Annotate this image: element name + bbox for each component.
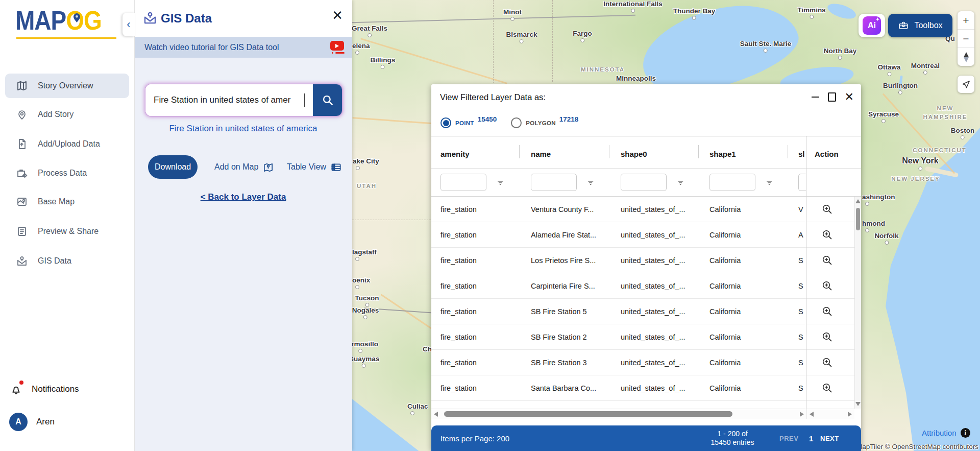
locate-button[interactable] xyxy=(958,76,974,93)
sidebar-item-base-map[interactable]: Base Map xyxy=(5,189,129,214)
user-account-button[interactable]: A Aren xyxy=(9,413,55,431)
column-header-name[interactable]: name xyxy=(522,150,611,158)
user-name: Aren xyxy=(36,417,55,427)
cell-name: SB Fire Station 2 xyxy=(522,333,611,341)
map-label: Syracuse xyxy=(868,110,899,123)
map-label: lagstaff xyxy=(352,248,377,261)
cell-amenity: fire_station xyxy=(431,282,522,290)
filter-input-amenity[interactable] xyxy=(440,174,486,191)
video-tutorial-banner[interactable]: Watch video tutorial for GIS Data tool xyxy=(134,37,352,58)
zoom-in-button[interactable]: + xyxy=(958,11,974,29)
app-logo[interactable]: MAPOG xyxy=(15,5,120,41)
scroll-down-arrow[interactable] xyxy=(855,402,861,406)
filter-input-shape0[interactable] xyxy=(621,174,667,191)
map-label: Sault Ste. Marie xyxy=(740,40,792,53)
prev-page-button[interactable]: PREV xyxy=(779,435,798,442)
filter-icon[interactable] xyxy=(586,178,595,187)
column-header-shape0[interactable]: shape0 xyxy=(611,150,700,158)
file-upload-icon xyxy=(16,138,28,150)
cell-shape0: united_states_of_... xyxy=(611,359,700,367)
logo-pin-icon xyxy=(72,12,81,23)
polygon-radio[interactable] xyxy=(511,117,522,128)
vertical-scroll-thumb[interactable] xyxy=(856,208,860,230)
cell-amenity: fire_station xyxy=(431,384,522,392)
close-icon[interactable]: ✕ xyxy=(845,91,854,103)
point-radio[interactable] xyxy=(440,117,451,128)
scroll-up-arrow[interactable] xyxy=(855,199,861,203)
sidebar-item-add-upload-data[interactable]: Add/Upload Data xyxy=(5,132,129,156)
horizontal-scroll-thumb[interactable] xyxy=(444,411,732,417)
zoom-to-feature-icon[interactable] xyxy=(821,382,834,394)
filter-icon[interactable] xyxy=(676,178,685,187)
cell-shape0: united_states_of_... xyxy=(611,282,700,290)
column-header-amenity[interactable]: amenity xyxy=(431,150,522,158)
vertical-scrollbar[interactable] xyxy=(854,197,861,409)
column-header-shape1[interactable]: shape1 xyxy=(700,150,791,158)
next-page-button[interactable]: NEXT xyxy=(820,435,839,442)
filter-input-shape1[interactable] xyxy=(709,174,755,191)
ai-tool-button[interactable]: Ai ✦ xyxy=(859,14,885,37)
maximize-icon[interactable] xyxy=(828,92,836,102)
column-header-truncated[interactable]: sl xyxy=(791,150,806,158)
banner-text: Watch video tutorial for GIS Data tool xyxy=(144,43,279,52)
cell-name: Ventura County F... xyxy=(522,205,611,213)
minimize-icon[interactable] xyxy=(812,97,819,98)
map-label: ake City xyxy=(353,157,379,170)
ai-label: Ai xyxy=(868,21,876,30)
compass-button[interactable] xyxy=(958,48,974,66)
cell-shape0: united_states_of_... xyxy=(611,384,700,392)
polygon-radio-label[interactable]: POLYGON xyxy=(526,120,556,126)
sidebar-item-story-overview[interactable]: Story Overview xyxy=(5,74,129,98)
current-page-button[interactable]: 1 xyxy=(809,434,813,443)
toolbox-button[interactable]: Toolbox xyxy=(888,14,952,37)
zoom-to-feature-icon[interactable] xyxy=(821,357,834,369)
scroll-right-arrow[interactable] xyxy=(848,412,852,417)
cell-shape1: California xyxy=(700,231,791,239)
zoom-to-feature-icon[interactable] xyxy=(821,280,834,292)
pagination-bar: Items per Page: 200 1 - 200 of 15450 ent… xyxy=(431,425,861,451)
sidebar-item-preview-share[interactable]: Preview & Share xyxy=(5,219,129,244)
map-label: Nogales xyxy=(352,306,379,319)
sidebar-item-label: Add/Upload Data xyxy=(38,139,100,149)
action-horizontal-scrollbar[interactable] xyxy=(806,409,854,419)
filter-icon[interactable] xyxy=(496,178,505,187)
cell-amenity: fire_station xyxy=(431,333,522,341)
search-button[interactable] xyxy=(313,84,342,116)
scroll-left-arrow[interactable] xyxy=(434,412,438,417)
filter-input-name[interactable] xyxy=(531,174,577,191)
zoom-to-feature-icon[interactable] xyxy=(821,203,834,216)
search-suggestion-link[interactable]: Fire Station in united states of america xyxy=(134,124,352,134)
header-separator xyxy=(698,145,699,158)
sidebar-item-process-data[interactable]: Process Data xyxy=(5,161,129,185)
zoom-to-feature-icon[interactable] xyxy=(821,229,834,241)
zoom-to-feature-icon[interactable] xyxy=(821,331,834,343)
close-icon[interactable]: ✕ xyxy=(332,9,343,22)
download-button[interactable]: Download xyxy=(148,155,198,179)
point-radio-label[interactable]: POINT xyxy=(455,120,474,126)
table-view-button[interactable]: Table View xyxy=(287,155,342,179)
zoom-out-button[interactable]: − xyxy=(958,29,974,48)
map-credit: © MapTiler © OpenStreetMap contributors xyxy=(849,443,978,450)
back-to-layer-data-link[interactable]: < Back to Layer Data xyxy=(134,192,352,202)
sidebar-item-gis-data[interactable]: GIS Data xyxy=(5,249,129,273)
state-border xyxy=(552,0,553,82)
add-on-map-button[interactable]: Add on Map xyxy=(214,155,274,179)
zoom-to-feature-icon[interactable] xyxy=(821,254,834,267)
country-border xyxy=(352,15,635,23)
attribution-link[interactable]: Attribution i xyxy=(922,428,970,438)
panel-collapse-button[interactable]: ‹ xyxy=(122,13,135,36)
filter-input-truncated[interactable] xyxy=(798,174,806,191)
panel-title: GIS Data xyxy=(161,11,212,26)
notifications-button[interactable]: Notifications xyxy=(9,382,79,396)
compass-icon xyxy=(964,52,969,62)
horizontal-scrollbar[interactable] xyxy=(431,409,806,419)
scroll-right-arrow[interactable] xyxy=(800,412,804,417)
zoom-to-feature-icon[interactable] xyxy=(821,305,834,318)
sidebar-item-add-story[interactable]: Add Story xyxy=(5,102,129,127)
info-icon[interactable]: i xyxy=(961,428,970,438)
map-label: Timmins xyxy=(797,6,825,19)
attribution-label: Attribution xyxy=(922,429,957,437)
search-input[interactable] xyxy=(145,84,313,116)
scroll-left-arrow[interactable] xyxy=(810,412,814,417)
filter-icon[interactable] xyxy=(765,178,774,187)
